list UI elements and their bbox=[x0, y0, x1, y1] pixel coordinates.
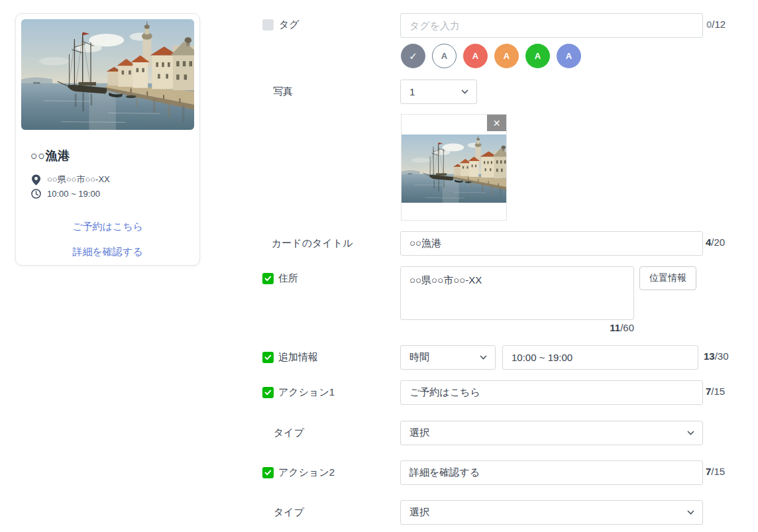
card-title-label: カードのタイトル bbox=[272, 237, 352, 250]
location-info-button[interactable]: 位置情報 bbox=[639, 266, 696, 290]
card-message-editor: ○○漁港 ○○県○○市○○-XX 10:00 ~ 19:00 ご予約はこちら 詳… bbox=[0, 0, 758, 532]
tag-color-blue[interactable]: A bbox=[557, 44, 581, 68]
card-preview-title: ○○漁港 bbox=[30, 148, 70, 164]
check-icon bbox=[264, 275, 272, 282]
chevron-down-icon bbox=[687, 510, 694, 515]
tag-color-green[interactable]: A bbox=[525, 44, 550, 68]
action2-label: アクション2 bbox=[278, 466, 335, 479]
check-icon bbox=[264, 389, 272, 396]
action1-type-select[interactable]: 選択 bbox=[400, 421, 703, 445]
card-preview-action1-link[interactable]: ご予約はこちら bbox=[16, 221, 199, 233]
action1-char-counter: 7/15 bbox=[706, 386, 725, 397]
clock-icon bbox=[30, 189, 41, 199]
extra-info-type-value: 時間 bbox=[409, 351, 429, 364]
tag-color-palette: ✓AAAAA bbox=[401, 44, 581, 68]
action1-input[interactable] bbox=[400, 380, 703, 405]
action2-input[interactable] bbox=[400, 460, 703, 485]
tag-input[interactable] bbox=[400, 13, 703, 38]
photo-remove-button[interactable]: ✕ bbox=[487, 115, 506, 131]
extra-info-char-counter: 13/30 bbox=[704, 350, 729, 362]
card-preview-action2-link[interactable]: 詳細を確認する bbox=[16, 246, 199, 258]
tag-color-red[interactable]: A bbox=[463, 44, 488, 68]
card-preview-address: ○○県○○市○○-XX bbox=[47, 174, 110, 186]
extra-info-input[interactable] bbox=[502, 345, 698, 370]
tag-checkbox[interactable] bbox=[262, 19, 274, 30]
tag-color-white[interactable]: A bbox=[432, 44, 457, 68]
address-label: 住所 bbox=[278, 272, 298, 285]
location-pin-icon bbox=[30, 174, 41, 186]
action2-checkbox[interactable] bbox=[262, 467, 274, 478]
extra-info-checkbox[interactable] bbox=[262, 352, 274, 363]
close-icon: ✕ bbox=[493, 118, 501, 129]
action2-type-label: タイプ bbox=[274, 506, 304, 519]
card-title-char-counter: 4/20 bbox=[706, 237, 725, 248]
card-preview-address-row: ○○県○○市○○-XX bbox=[30, 174, 110, 186]
check-icon bbox=[264, 469, 272, 476]
check-icon bbox=[264, 354, 272, 361]
photo-thumbnail-card: ✕ bbox=[401, 114, 507, 221]
card-preview-photo bbox=[21, 19, 194, 130]
action2-type-select[interactable]: 選択 bbox=[400, 500, 703, 525]
chevron-down-icon bbox=[480, 355, 487, 360]
tag-label: タグ bbox=[279, 19, 299, 31]
extra-info-label: 追加情報 bbox=[278, 351, 318, 364]
card-title-input[interactable] bbox=[400, 231, 703, 256]
photo-count-value: 1 bbox=[409, 86, 415, 97]
action2-type-value: 選択 bbox=[409, 506, 429, 519]
photo-thumbnail-image bbox=[402, 134, 506, 203]
action1-checkbox[interactable] bbox=[262, 387, 274, 398]
harbor-painting-image bbox=[21, 19, 194, 130]
chevron-down-icon bbox=[687, 431, 694, 435]
action1-type-label: タイプ bbox=[274, 427, 304, 439]
action2-char-counter: 7/15 bbox=[706, 466, 725, 477]
card-preview-hours-row: 10:00 ~ 19:00 bbox=[30, 189, 100, 199]
extra-info-type-select[interactable]: 時間 bbox=[400, 345, 496, 370]
photo-label: 写真 bbox=[273, 85, 293, 98]
chevron-down-icon bbox=[461, 89, 468, 94]
photo-count-select[interactable]: 1 bbox=[400, 80, 477, 104]
tag-char-counter: 0/12 bbox=[706, 19, 726, 30]
card-preview: ○○漁港 ○○県○○市○○-XX 10:00 ~ 19:00 ご予約はこちら 詳… bbox=[15, 13, 200, 266]
card-preview-hours: 10:00 ~ 19:00 bbox=[47, 189, 100, 199]
tag-color-default-selected[interactable]: ✓ bbox=[401, 44, 425, 68]
address-checkbox[interactable] bbox=[262, 273, 274, 284]
action1-label: アクション1 bbox=[278, 386, 335, 399]
address-textarea[interactable]: ○○県○○市○○-XX bbox=[400, 266, 634, 320]
tag-color-orange[interactable]: A bbox=[494, 44, 519, 68]
action1-type-value: 選択 bbox=[409, 427, 429, 439]
harbor-painting-thumbnail bbox=[402, 134, 506, 203]
address-char-counter: 11/60 bbox=[400, 322, 634, 333]
